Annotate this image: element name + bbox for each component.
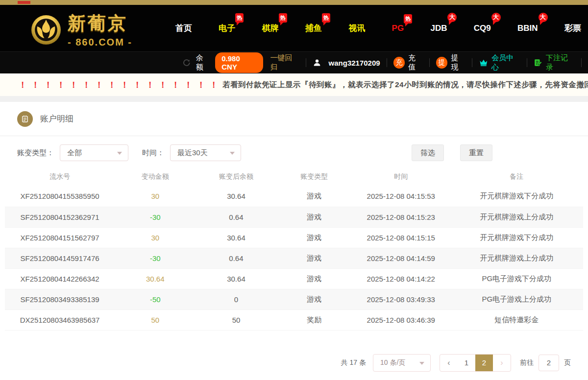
- user-account[interactable]: wang32170209: [313, 58, 380, 67]
- hot-badge-icon: 热: [322, 13, 330, 23]
- big-badge-icon: 大: [447, 13, 457, 22]
- cell-amount: -50: [115, 289, 196, 309]
- filter-buttons: 筛选 重置: [412, 144, 492, 161]
- cell-balance: 30.64: [196, 227, 276, 248]
- refresh-icon[interactable]: [182, 58, 191, 67]
- column-header: 备注: [450, 167, 583, 186]
- cell-balance: 50: [196, 309, 276, 330]
- cell-type: 游戏: [277, 227, 352, 248]
- goto-label: 前往: [520, 358, 534, 367]
- time-filter-select[interactable]: 最近30天: [170, 144, 241, 161]
- nav-item-label: 捕鱼: [305, 24, 322, 33]
- page-title: 账户明细: [40, 113, 74, 124]
- divider: [387, 58, 387, 67]
- bet-records-label: 下注记录: [546, 53, 575, 72]
- nav-item-chess[interactable]: 棋牌热: [262, 23, 279, 34]
- table-row: DX251208034639856375050奖励2025-12-08 03:4…: [5, 309, 583, 330]
- page-button-2[interactable]: 2: [475, 354, 493, 372]
- nav-item-video[interactable]: 视讯: [348, 23, 365, 34]
- column-header: 变动金额: [115, 167, 196, 186]
- cell-amount: -30: [115, 248, 196, 268]
- cell-remark: PG电子游戏下分成功: [450, 268, 583, 289]
- table-body: XF251208041553859503030.64游戏2025-12-08 0…: [5, 186, 583, 330]
- nav-item-bbin[interactable]: BBIN大: [517, 24, 538, 33]
- cell-balance: 0.64: [196, 207, 276, 227]
- cell-amount: 30.64: [115, 268, 196, 289]
- cell-time: 2025-12-08 04:15:23: [352, 207, 450, 227]
- cell-serial: SF25120804145917476: [5, 248, 115, 268]
- balance-value: 0.980 CNY: [215, 52, 263, 73]
- cutoff-fragment: [18, 1, 30, 4]
- member-center-label: 会员中心: [491, 53, 520, 72]
- deposit-button[interactable]: 充 充值: [393, 53, 423, 72]
- cell-amount: -30: [115, 207, 196, 227]
- nav-item-label: 首页: [175, 24, 192, 33]
- filter-button[interactable]: 筛选: [412, 144, 444, 161]
- divider: [429, 58, 430, 67]
- table-row: SF25120803493385139-500游戏2025-12-08 03:4…: [5, 289, 583, 309]
- cell-balance: 0.64: [196, 248, 276, 268]
- next-page-button[interactable]: ›: [493, 355, 511, 371]
- logo-title: 新葡京: [68, 11, 132, 36]
- one-key-recall-button[interactable]: 一键回归: [270, 53, 299, 72]
- cell-amount: 50: [115, 309, 196, 330]
- cell-amount: 30: [115, 227, 196, 248]
- cell-type: 游戏: [277, 289, 352, 309]
- nav-item-lottery[interactable]: 彩票: [564, 23, 581, 34]
- username: wang32170209: [329, 59, 380, 67]
- big-badge-icon: 大: [491, 13, 501, 22]
- cell-serial: XF25120804155385950: [5, 186, 115, 207]
- cell-type: 奖励: [277, 309, 352, 330]
- cell-time: 2025-12-08 03:49:33: [352, 289, 450, 309]
- nav-item-slots[interactable]: 电子热: [219, 23, 235, 34]
- nav-item-label: BBIN: [517, 24, 538, 33]
- cell-time: 2025-12-08 03:46:39: [352, 309, 450, 330]
- page-size-select[interactable]: 10 条/页: [373, 354, 431, 372]
- cell-balance: 0: [196, 289, 276, 309]
- reset-button[interactable]: 重置: [460, 144, 492, 161]
- column-header: 流水号: [5, 167, 115, 186]
- cell-remark: 短信特邀彩金: [450, 309, 583, 330]
- cell-balance: 30.64: [196, 268, 276, 289]
- cell-time: 2025-12-08 04:15:15: [352, 227, 450, 248]
- nav-item-home[interactable]: 首页: [175, 23, 192, 34]
- page-button-1[interactable]: 1: [458, 354, 475, 372]
- goto-page-input[interactable]: [539, 355, 559, 371]
- site-logo[interactable]: 新葡京 - 860.COM -: [30, 11, 132, 48]
- pager-pages: 12: [458, 354, 493, 372]
- withdraw-label: 提现: [451, 53, 465, 72]
- bet-records-icon: [534, 58, 542, 67]
- announcement-bar: ！！！！！！！！！！！！！！！！ 若看到付款凭证上显示『待到账』，就表示选择了2…: [0, 73, 588, 96]
- divider: [306, 58, 306, 67]
- user-bar: 余额 0.980 CNY 一键回归 wang32170209 充 充值 提 提现…: [0, 51, 588, 73]
- member-center-link[interactable]: 会员中心: [479, 53, 521, 72]
- table-row: SF25120804152362971-300.64游戏2025-12-08 0…: [5, 207, 583, 227]
- nav-item-cq9[interactable]: CQ9大: [474, 24, 491, 33]
- column-header: 账变类型: [277, 167, 352, 186]
- nav-item-label: 彩票: [564, 24, 581, 33]
- withdraw-button[interactable]: 提 提现: [436, 53, 466, 72]
- time-filter-value: 最近30天: [177, 148, 208, 158]
- bet-records-link[interactable]: 下注记录: [534, 53, 575, 72]
- type-filter-value: 全部: [67, 148, 82, 158]
- logo-domain: - 860.COM -: [68, 37, 132, 48]
- cell-remark: 开元棋牌游戏下分成功: [450, 227, 583, 248]
- deposit-label: 充值: [408, 53, 422, 72]
- hot-badge-icon: 热: [404, 14, 412, 24]
- logo-icon: [30, 14, 62, 46]
- nav-item-fishing[interactable]: 捕鱼热: [305, 23, 322, 34]
- cell-serial: SF25120804152362971: [5, 207, 115, 227]
- cell-remark: 开元棋牌游戏上分成功: [450, 248, 583, 268]
- cell-balance: 30.64: [196, 186, 276, 207]
- pager: ‹ 12 ›: [440, 354, 511, 372]
- cell-type: 游戏: [277, 186, 352, 207]
- cell-type: 游戏: [277, 268, 352, 289]
- prev-page-button[interactable]: ‹: [440, 355, 458, 371]
- nav-item-pg[interactable]: PG热: [392, 24, 404, 33]
- main-nav: 首页电子热棋牌热捕鱼热视讯PG热JDB大CQ9大BBIN大彩票: [175, 5, 581, 51]
- hot-badge-icon: 热: [279, 13, 287, 23]
- type-filter-select[interactable]: 全部: [60, 144, 128, 161]
- nav-item-label: 棋牌: [262, 24, 279, 33]
- nav-item-jdb[interactable]: JDB大: [430, 24, 447, 33]
- divider: [472, 58, 472, 67]
